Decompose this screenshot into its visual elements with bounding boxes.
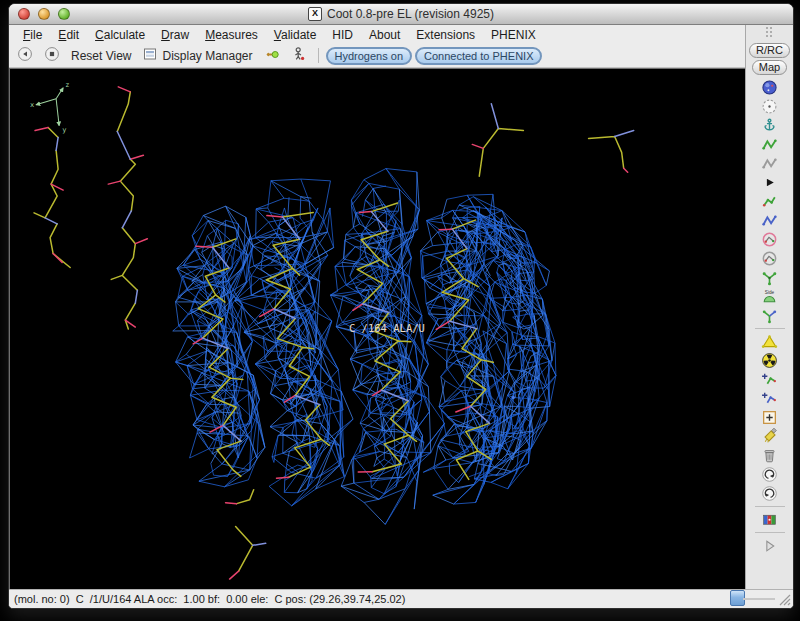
window-controls [18,8,70,20]
side-chain-flip-180-icon: Side [761,288,778,305]
rotate-translate-zone-button[interactable] [758,211,782,230]
minimize-window-button[interactable] [38,8,50,20]
svg-text:x: x [30,101,34,109]
map-radius-target-button[interactable] [758,97,782,116]
delete-item-button[interactable] [758,446,782,465]
person-icon [291,46,307,65]
run-refmac-icon [761,511,778,528]
stop-circle-icon [44,46,60,65]
menu-item-measures[interactable]: Measures [197,26,266,44]
menu-item-hid[interactable]: HID [324,26,361,44]
add-terminal-residue-icon [761,371,778,388]
rotamer-chooser-icon [761,250,778,267]
mutate-and-autofit-button[interactable] [758,351,782,370]
main-toolbar: Reset View Display Manager Hydrogens on … [9,44,745,68]
go-to-ligand-button[interactable] [260,45,284,66]
place-atom-at-pointer-icon [761,409,778,426]
validation-figure-button[interactable] [287,45,311,66]
back-circle-icon [17,46,33,65]
auto-fit-rotamer-icon [761,231,778,248]
undo-button[interactable] [758,465,782,484]
clean-brush-icon [761,428,778,445]
add-terminal-residue-button[interactable] [758,370,782,389]
undo-icon [761,466,778,483]
real-space-refine-zone-icon [761,136,778,153]
run-script-play-button[interactable] [758,536,782,555]
anchor-atoms-icon [761,117,778,134]
menu-item-phenix[interactable]: PHENIX [483,26,544,44]
right-tool-panel: R/RC Map Side [745,25,793,589]
menu-item-about[interactable]: About [361,26,408,44]
back-view-button[interactable] [13,45,37,66]
regularize-zone-icon [761,155,778,172]
phenix-connection-button[interactable]: Connected to PHENIX [415,47,542,65]
menu-item-draw[interactable]: Draw [153,26,197,44]
post-manipulation-sphere-button[interactable] [758,78,782,97]
edit-chi-angles-icon [761,269,778,286]
title-bar[interactable]: X Coot 0.8-pre EL (revision 4925) [9,4,793,25]
rotamer-chooser-button[interactable] [758,249,782,268]
place-atom-at-pointer-button[interactable] [758,408,782,427]
menu-item-extensions[interactable]: Extensions [408,26,483,44]
edit-chi-angles-button[interactable] [758,268,782,287]
rrc-mode-button[interactable]: R/RC [749,43,790,58]
close-window-button[interactable] [18,8,30,20]
status-text: (mol. no: 0) C /1/U/164 ALA occ: 1.00 bf… [14,593,405,605]
reset-view-label: Reset View [71,49,131,63]
arrow-ball-icon [264,46,280,65]
model-tool-strip: Side [755,78,785,555]
jiggle-fit-button[interactable] [758,332,782,351]
rigid-body-fit-zone-button[interactable] [758,192,782,211]
mutate-and-autofit-icon [761,352,778,369]
run-script-play-icon [761,537,778,554]
map-mode-button[interactable]: Map [752,60,787,75]
reset-view-button[interactable]: Reset View [67,48,135,64]
rigid-body-fit-zone-icon [761,193,778,210]
redo-button[interactable] [758,484,782,503]
window-title-text: Coot 0.8-pre EL (revision 4925) [327,7,494,21]
flip-peptide-icon [761,307,778,324]
tool-strip-separator [755,506,785,507]
zoom-window-button[interactable] [58,8,70,20]
atom-label: C /164 ALA/U [349,322,425,334]
fixed-atoms-pointer-button[interactable] [758,173,782,192]
3d-viewport[interactable]: xyzC /164 ALA/U [10,69,745,589]
display-manager-label: Display Manager [162,49,252,63]
svg-text:z: z [65,81,69,89]
run-refmac-button[interactable] [758,510,782,529]
map-radius-target-icon [761,98,778,115]
menu-item-file[interactable]: File [15,26,50,44]
menu-item-calculate[interactable]: Calculate [87,26,153,44]
clean-brush-button[interactable] [758,427,782,446]
stop-view-button[interactable] [40,45,64,66]
coot-window: X Coot 0.8-pre EL (revision 4925) FileEd… [8,3,794,609]
x11-app-icon: X [308,7,322,21]
delete-item-icon [761,447,778,464]
menu-item-validate[interactable]: Validate [266,26,325,44]
regularize-zone-button[interactable] [758,154,782,173]
side-chain-flip-180-button[interactable]: Side [758,287,782,306]
panel-drag-handle-icon[interactable] [766,27,774,41]
tool-strip-separator [755,328,785,329]
menu-bar: FileEditCalculateDrawMeasuresValidateHID… [9,25,745,44]
status-slider-track [743,598,775,600]
add-alt-conf-button[interactable] [758,389,782,408]
menu-item-edit[interactable]: Edit [50,26,87,44]
auto-fit-rotamer-button[interactable] [758,230,782,249]
resize-grip[interactable] [777,592,792,607]
redo-icon [761,485,778,502]
gl-canvas-container: xyzC /164 ALA/U [9,68,745,589]
svg-text:Side: Side [765,290,775,295]
real-space-refine-zone-button[interactable] [758,135,782,154]
display-manager-button[interactable]: Display Manager [138,45,256,66]
status-bar: (mol. no: 0) C /1/U/164 ALA occ: 1.00 bf… [9,589,793,608]
toolbar-separator [318,48,319,63]
post-manipulation-sphere-icon [761,79,778,96]
anchor-atoms-button[interactable] [758,116,782,135]
window-title: X Coot 0.8-pre EL (revision 4925) [308,7,494,21]
flip-peptide-button[interactable] [758,306,782,325]
hydrogens-toggle-button[interactable]: Hydrogens on [326,47,413,65]
rotate-translate-zone-icon [761,212,778,229]
add-alt-conf-icon [761,390,778,407]
fixed-atoms-pointer-icon [761,174,778,191]
